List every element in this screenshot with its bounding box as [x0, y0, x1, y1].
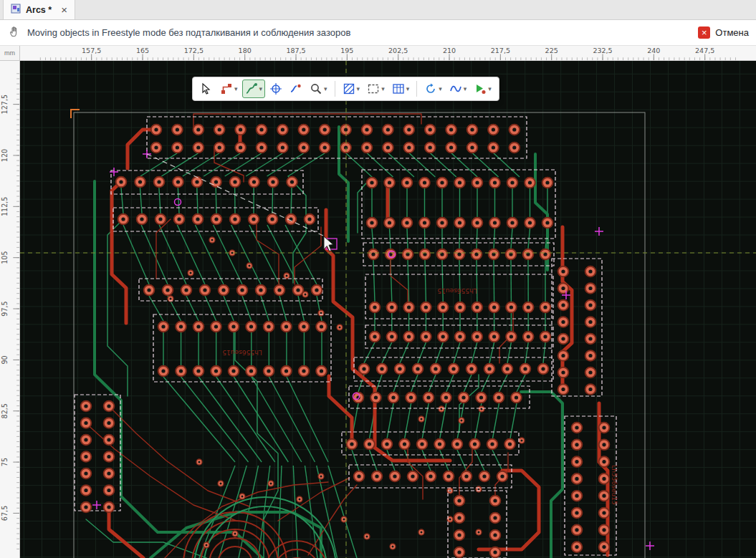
vertical-ruler: 127,5120112,510597,59082,57567,5 — [0, 61, 20, 558]
cancel-x-icon[interactable]: × — [698, 27, 710, 39]
tab-close-icon[interactable]: × — [61, 4, 67, 15]
svg-text:120: 120 — [1, 149, 9, 162]
tab-bar: Arcs * × — [0, 0, 756, 20]
svg-text:67,5: 67,5 — [1, 506, 9, 521]
svg-text:90: 90 — [1, 355, 9, 364]
chevron-down-icon[interactable]: ▾ — [324, 86, 327, 92]
grid-table-icon — [392, 82, 405, 95]
refresh-button[interactable]: ▾ — [421, 80, 445, 98]
chevron-down-icon[interactable]: ▾ — [464, 86, 467, 92]
zoom-icon — [310, 82, 322, 95]
svg-text:105: 105 — [1, 251, 9, 264]
chevron-down-icon[interactable]: ▾ — [357, 86, 360, 92]
svg-text:225: 225 — [545, 47, 558, 54]
pcb-editor-window: Arcs * × Moving objects in Freestyle mod… — [0, 0, 756, 558]
pcb-drawing[interactable]: Lh556seu15Lh556seu15Lh556seu15 — [20, 61, 756, 558]
hint-bar: Moving objects in Freestyle mode без под… — [0, 20, 756, 46]
svg-text:202,5: 202,5 — [388, 47, 408, 54]
net-wave-icon — [449, 82, 462, 95]
ratline-icon — [290, 82, 302, 95]
refresh-icon — [424, 82, 437, 95]
svg-text:112,5: 112,5 — [1, 197, 9, 217]
svg-text:97,5: 97,5 — [1, 301, 9, 316]
freestyle-route-button[interactable]: ▾ — [242, 80, 266, 98]
copper-pour-icon — [343, 82, 355, 95]
cursor-icon — [200, 82, 213, 95]
svg-text:180: 180 — [239, 47, 252, 54]
copper-pour-button[interactable]: ▾ — [340, 80, 363, 98]
svg-text:210: 210 — [443, 47, 456, 54]
svg-text:217,5: 217,5 — [491, 47, 510, 54]
chevron-down-icon[interactable]: ▾ — [488, 86, 492, 92]
selection-box-icon — [367, 82, 380, 95]
svg-text:Lh556seu15: Lh556seu15 — [437, 287, 477, 294]
zoom-button[interactable]: ▾ — [307, 80, 330, 98]
place-route-icon — [220, 82, 233, 95]
selection-box-button[interactable]: ▾ — [364, 80, 388, 98]
chevron-down-icon[interactable]: ▾ — [259, 86, 263, 92]
tab-arcs[interactable]: Arcs * × — [3, 0, 75, 19]
chevron-down-icon[interactable]: ▾ — [234, 86, 238, 92]
origin-crosshair-button[interactable] — [267, 80, 285, 98]
freestyle-route-icon — [245, 82, 258, 95]
svg-text:172,5: 172,5 — [184, 47, 204, 54]
svg-text:75: 75 — [1, 458, 9, 466]
svg-text:187,5: 187,5 — [286, 47, 305, 54]
svg-text:232,5: 232,5 — [593, 47, 612, 54]
svg-text:Lh556seu15: Lh556seu15 — [222, 349, 262, 356]
svg-text:195: 195 — [340, 47, 353, 54]
horizontal-ruler: 157,5165172,5180187,5195202,5210217,5225… — [20, 46, 756, 61]
floating-toolbar: ▾▾▾▾▾▾▾▾▾ — [192, 77, 499, 101]
tab-label: Arcs * — [26, 5, 52, 15]
svg-text:157,5: 157,5 — [82, 47, 101, 54]
chevron-down-icon[interactable]: ▾ — [406, 86, 410, 92]
svg-text:165: 165 — [136, 47, 149, 54]
chevron-down-icon[interactable]: ▾ — [381, 86, 385, 92]
pcb-document-icon — [11, 4, 21, 16]
svg-text:240: 240 — [647, 47, 660, 54]
svg-text:Lh556seu15: Lh556seu15 — [611, 465, 618, 504]
pan-hand-icon — [9, 26, 20, 40]
place-route-button[interactable]: ▾ — [217, 80, 241, 98]
chevron-down-icon[interactable]: ▾ — [439, 86, 442, 92]
svg-text:127,5: 127,5 — [1, 95, 9, 115]
origin-crosshair-icon — [269, 82, 282, 95]
toolbar-separator — [416, 81, 417, 97]
cursor-button[interactable] — [197, 80, 216, 98]
svg-text:247,5: 247,5 — [695, 47, 714, 54]
status-hint-text: Moving objects in Freestyle mode без под… — [27, 27, 350, 38]
grid-table-button[interactable]: ▾ — [389, 80, 413, 98]
svg-text:82,5: 82,5 — [1, 403, 9, 418]
cancel-label: Отмена — [715, 27, 749, 38]
net-wave-button[interactable]: ▾ — [446, 80, 470, 98]
ratline-button[interactable] — [287, 80, 305, 98]
ruler-unit-corner: mm — [0, 46, 20, 61]
toolbar-separator — [335, 81, 335, 97]
run-check-button[interactable]: ▾ — [471, 80, 494, 98]
cancel-button[interactable]: × Отмена — [698, 27, 750, 39]
run-check-icon — [474, 82, 487, 95]
pcb-canvas[interactable]: Lh556seu15Lh556seu15Lh556seu15 ▾▾▾▾▾▾▾▾▾ — [20, 61, 756, 558]
